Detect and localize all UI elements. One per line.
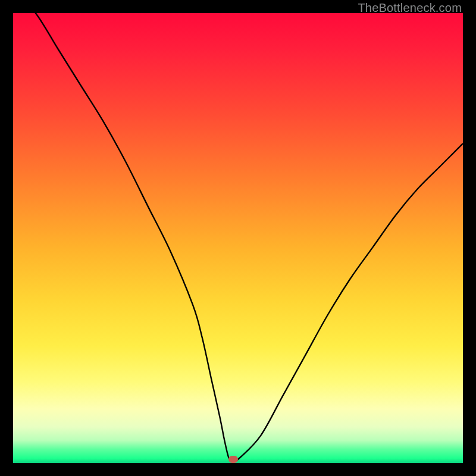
bottleneck-curve <box>13 13 463 463</box>
chart-frame: TheBottleneck.com <box>0 0 476 476</box>
optimal-point-marker <box>228 456 238 463</box>
curve-path <box>13 13 463 461</box>
plot-area <box>13 13 463 463</box>
